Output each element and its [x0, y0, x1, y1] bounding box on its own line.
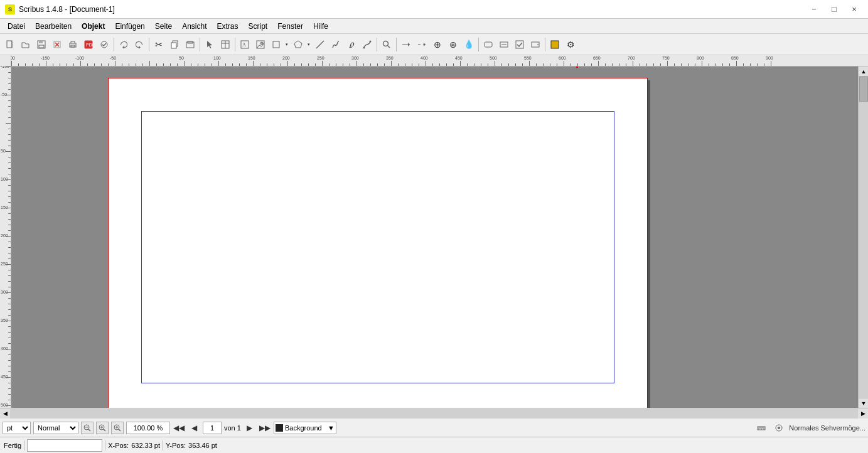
fill-color-button[interactable]: [547, 37, 562, 52]
copy-button[interactable]: [167, 37, 182, 52]
measurement-icon[interactable]: [754, 420, 769, 435]
minimize-button[interactable]: −: [805, 3, 823, 16]
ruler-red-marker: [576, 67, 578, 68]
menu-script[interactable]: Script: [244, 19, 273, 33]
close-doc-button[interactable]: [50, 37, 65, 52]
hscroll-track[interactable]: [10, 409, 858, 418]
tools-extra-button[interactable]: ⚙: [563, 37, 578, 52]
textframe-tool[interactable]: A: [237, 37, 252, 52]
redo-button[interactable]: [132, 37, 147, 52]
zoom-out-button[interactable]: [81, 422, 94, 434]
zoom-original-button[interactable]: [96, 422, 109, 434]
svg-point-64: [778, 427, 780, 429]
polygon-tool[interactable]: [291, 37, 306, 52]
zoom-input[interactable]: 100.00 %: [126, 422, 170, 434]
menu-einfuegen[interactable]: Einfügen: [110, 19, 149, 33]
delink-frames-button[interactable]: [414, 37, 429, 52]
svg-line-29: [316, 41, 324, 48]
open-button[interactable]: [18, 37, 33, 52]
xpos-value: 632.33 pt: [131, 442, 160, 449]
pdf-pushbutton-tool[interactable]: [481, 37, 496, 52]
menu-bearbeiten[interactable]: Bearbeiten: [30, 19, 77, 33]
pdf-export-button[interactable]: PDF: [81, 37, 96, 52]
menu-ansicht[interactable]: Ansicht: [177, 19, 212, 33]
save-button[interactable]: [34, 37, 49, 52]
close-button[interactable]: ×: [845, 3, 863, 16]
zoom-tool[interactable]: [379, 37, 394, 52]
horizontal-scrollbar[interactable]: ◀ ▶: [0, 408, 868, 418]
preview-mode-icon[interactable]: [771, 420, 786, 435]
pdf-combo-tool[interactable]: [528, 37, 543, 52]
svg-point-32: [383, 41, 388, 46]
select-tool[interactable]: [202, 37, 217, 52]
layer-select[interactable]: Background ▼: [274, 422, 336, 434]
vscroll-thumb[interactable]: [859, 77, 868, 102]
right-icons: Normales Sehvermöge...: [754, 420, 865, 435]
bezier-tool[interactable]: [360, 37, 375, 52]
shape-tool[interactable]: [269, 37, 284, 52]
vscroll-track[interactable]: [859, 77, 868, 398]
line-tool[interactable]: [313, 37, 328, 52]
freehand-tool[interactable]: [328, 37, 343, 52]
svg-marker-35: [408, 43, 410, 46]
vscroll-down-button[interactable]: ▼: [859, 398, 868, 408]
shape-tool-dropdown[interactable]: ▾: [284, 37, 290, 52]
link-frames-button[interactable]: [399, 37, 414, 52]
svg-line-50: [104, 429, 105, 431]
zoom-in-button[interactable]: [111, 422, 124, 434]
toolbar: PDF ✂ A ▾ ▾: [0, 34, 868, 55]
coord-input[interactable]: [27, 439, 102, 452]
pdf-checkbox-tool[interactable]: [512, 37, 527, 52]
svg-text:PDF: PDF: [86, 43, 93, 47]
titlebar-left: S Scribus 1.4.8 - [Document-1]: [5, 4, 115, 14]
imageframe-tool[interactable]: [253, 37, 268, 52]
vertical-scrollbar[interactable]: ▲ ▼: [858, 67, 868, 408]
next-page-button[interactable]: ▶: [244, 422, 256, 434]
svg-rect-2: [39, 41, 43, 43]
svg-point-26: [260, 42, 263, 45]
mode-select[interactable]: Normal Vorschau: [33, 422, 78, 434]
menu-hilfe[interactable]: Hilfe: [308, 19, 333, 33]
preflight-button[interactable]: [97, 37, 112, 52]
node-edit-button[interactable]: ⊛: [446, 37, 461, 52]
menu-seite[interactable]: Seite: [150, 19, 177, 33]
new-button[interactable]: [3, 37, 18, 52]
svg-line-54: [119, 429, 121, 431]
prev-page-button[interactable]: ◀: [188, 422, 200, 434]
svg-point-31: [370, 40, 372, 42]
pdf-textfield-tool[interactable]: [496, 37, 512, 52]
undo-button[interactable]: [116, 37, 131, 52]
svg-text:A: A: [242, 42, 246, 48]
edit-contents-button[interactable]: ⊕: [430, 37, 445, 52]
vscroll-up-button[interactable]: ▲: [859, 67, 868, 77]
ruler-area: -200-150-100-505010015020025030035040045…: [0, 55, 868, 67]
ypos-value: 363.46 pt: [188, 442, 217, 449]
maximize-button[interactable]: □: [825, 3, 843, 16]
print-button[interactable]: [65, 37, 80, 52]
window-controls: − □ ×: [805, 3, 863, 16]
polygon-tool-dropdown[interactable]: ▾: [306, 37, 312, 52]
paste-button[interactable]: [183, 37, 198, 52]
status-text: Fertig: [4, 442, 21, 449]
table-tool-button[interactable]: [218, 37, 233, 52]
view-label: Normales Sehvermöge...: [789, 424, 865, 432]
hscroll-right-button[interactable]: ▶: [858, 408, 868, 418]
svg-rect-3: [39, 45, 44, 48]
menu-datei[interactable]: Datei: [3, 19, 30, 33]
canvas-area[interactable]: [11, 67, 858, 408]
svg-line-23: [257, 45, 259, 48]
cut-button[interactable]: ✂: [151, 37, 166, 52]
first-page-button[interactable]: ◀◀: [173, 422, 185, 434]
menu-extras[interactable]: Extras: [212, 19, 244, 33]
page-margin-guides: [141, 111, 614, 383]
page-number-input[interactable]: 1: [203, 422, 222, 434]
menu-objekt[interactable]: Objekt: [77, 19, 110, 33]
hscroll-left-button[interactable]: ◀: [0, 408, 10, 418]
unit-select[interactable]: pt mm cm in: [3, 422, 31, 434]
page-count: von 1: [224, 424, 241, 432]
calligraphy-tool[interactable]: ϼ: [344, 37, 359, 52]
toolbar-sep-2: [149, 38, 149, 51]
last-page-button[interactable]: ▶▶: [259, 422, 271, 434]
eyedropper-button[interactable]: 💧: [461, 37, 476, 52]
menu-fenster[interactable]: Fenster: [272, 19, 308, 33]
